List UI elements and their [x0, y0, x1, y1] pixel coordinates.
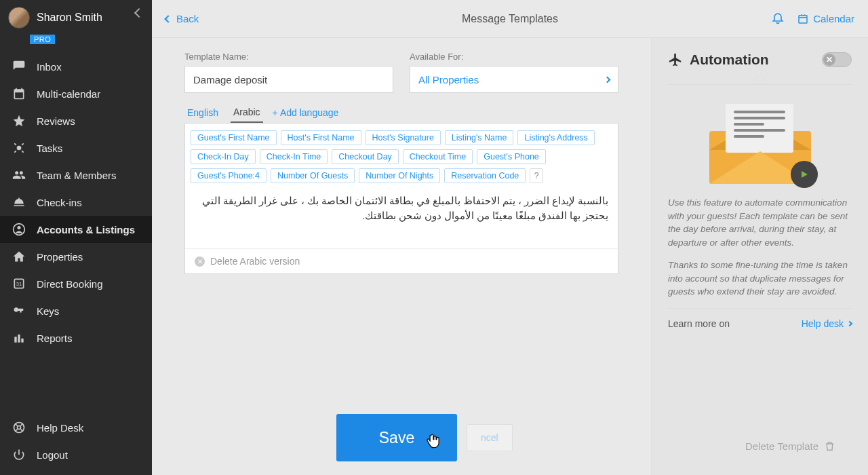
insert-token[interactable]: Guest's Phone:4	[191, 168, 267, 183]
save-button[interactable]: Save	[336, 414, 457, 461]
nav-keys[interactable]: Keys	[0, 297, 152, 324]
bell-service-icon	[12, 195, 26, 209]
footer-actions: Save ncel	[336, 414, 513, 461]
token-help-icon[interactable]: ?	[530, 168, 543, 183]
cancel-button[interactable]: ncel	[467, 424, 513, 451]
nav-reports[interactable]: Reports	[0, 324, 152, 352]
calendar-icon	[12, 87, 26, 100]
svg-rect-5	[14, 337, 16, 342]
automation-description-2: Thanks to some fine-tuning the time is t…	[668, 259, 852, 299]
star-icon	[12, 114, 26, 128]
insert-token[interactable]: Reservation Code	[444, 168, 526, 183]
reports-icon	[12, 331, 26, 345]
insert-token[interactable]: Number Of Guests	[271, 168, 355, 183]
nav-reviews[interactable]: Reviews	[0, 107, 152, 134]
learn-more-label: Learn more on	[668, 318, 730, 329]
insert-token[interactable]: Guest's First Name	[191, 130, 277, 145]
user-box[interactable]: Sharon Smith	[0, 0, 152, 33]
template-name-input[interactable]	[184, 66, 393, 93]
nav-label: Reports	[37, 332, 73, 344]
nav-accounts-listings[interactable]: Accounts & Listings	[0, 216, 152, 243]
main: Back Message Templates Calendar Template…	[152, 0, 868, 475]
toggle-knob-off-icon: ✕	[823, 54, 835, 66]
tab-english[interactable]: English	[184, 103, 221, 122]
nav-label: Direct Booking	[37, 278, 103, 290]
nav-label: Logout	[37, 449, 68, 461]
automation-illustration	[709, 102, 811, 184]
nav-label: Team & Members	[37, 170, 117, 181]
pro-badge: PRO	[30, 35, 55, 44]
avatar	[8, 7, 30, 28]
helpdesk-link[interactable]: Help desk	[802, 318, 852, 329]
main-nav: Inbox Multi-calendar Reviews Tasks Team …	[0, 53, 152, 352]
bottom-nav: Help Desk Logout	[0, 414, 152, 468]
insert-token[interactable]: Check-In Time	[260, 149, 328, 164]
nav-checkins[interactable]: Check-ins	[0, 189, 152, 216]
nav-label: Check-ins	[37, 197, 82, 208]
help-icon	[12, 421, 26, 434]
insert-token[interactable]: Guest's Phone	[477, 149, 546, 164]
svg-point-9	[18, 426, 21, 430]
calendar-link[interactable]: Calendar	[797, 13, 854, 25]
tab-arabic[interactable]: Arabic	[231, 102, 263, 123]
template-body[interactable]: بالنسبة لإيداع الضرر ، يتم الاحتفاظ بالم…	[185, 187, 618, 248]
insert-token[interactable]: Number Of Nights	[359, 168, 440, 183]
svg-point-0	[17, 146, 22, 151]
back-label: Back	[176, 13, 199, 24]
notifications-icon[interactable]	[771, 11, 785, 27]
nav-inbox[interactable]: Inbox	[0, 53, 152, 80]
chevron-right-icon	[604, 76, 611, 83]
page-title: Message Templates	[462, 13, 558, 25]
nav-properties[interactable]: Properties	[0, 243, 152, 270]
insert-token[interactable]: Listing's Address	[517, 130, 594, 145]
account-icon	[12, 223, 26, 236]
insert-token[interactable]: Checkout Time	[403, 149, 473, 164]
key-icon	[12, 304, 26, 318]
insert-token[interactable]: Listing's Name	[445, 130, 514, 145]
booking-icon: 31	[12, 277, 26, 290]
chevron-left-icon	[164, 15, 172, 22]
insert-token[interactable]: Host's First Name	[281, 130, 361, 145]
power-icon	[12, 448, 26, 461]
automation-toggle[interactable]: ✕	[822, 52, 852, 67]
automation-title: Automation	[668, 52, 769, 68]
nav-label: Help Desk	[37, 422, 83, 434]
nav-multi-calendar[interactable]: Multi-calendar	[0, 80, 152, 107]
svg-rect-6	[18, 335, 20, 343]
template-name-label: Template Name:	[184, 52, 393, 62]
delete-language-version[interactable]: ✕ Delete Arabic version	[185, 248, 618, 273]
nav-helpdesk[interactable]: Help Desk	[0, 414, 152, 441]
nav-label: Inbox	[37, 61, 62, 73]
home-icon	[12, 250, 26, 263]
trash-icon	[824, 440, 835, 452]
nav-tasks[interactable]: Tasks	[0, 134, 152, 162]
content: Template Name: Available For: All Proper…	[152, 38, 651, 475]
nav-direct-booking[interactable]: 31 Direct Booking	[0, 270, 152, 297]
delete-template-button[interactable]: Delete Template	[745, 440, 835, 452]
back-button[interactable]: Back	[165, 13, 199, 24]
plane-icon	[668, 52, 683, 67]
available-for-dropdown[interactable]: All Properties	[410, 66, 618, 93]
svg-rect-7	[21, 339, 23, 343]
collapse-icon[interactable]	[134, 8, 144, 18]
nav-team[interactable]: Team & Members	[0, 162, 152, 189]
gear-play-icon	[791, 161, 818, 188]
team-icon	[12, 168, 26, 182]
delete-language-label: Delete Arabic version	[210, 256, 300, 267]
insert-token[interactable]: Checkout Day	[332, 149, 399, 164]
inbox-icon	[12, 60, 26, 73]
add-language-button[interactable]: + Add language	[273, 107, 339, 118]
available-for-label: Available For:	[410, 52, 618, 62]
nav-label: Reviews	[37, 115, 75, 127]
automation-description-1: Use this feature to automate communicati…	[668, 196, 852, 249]
template-editor: Guest's First NameHost's First NameHost'…	[184, 123, 618, 274]
available-for-value: All Properties	[418, 74, 479, 86]
close-icon: ✕	[195, 256, 205, 267]
chevron-right-icon	[847, 321, 852, 326]
insert-token[interactable]: Check-In Day	[191, 149, 256, 164]
nav-label: Tasks	[37, 142, 62, 154]
nav-label: Accounts & Listings	[37, 224, 135, 235]
insert-token[interactable]: Host's Signature	[366, 130, 441, 145]
nav-logout[interactable]: Logout	[0, 441, 152, 468]
topbar: Back Message Templates Calendar	[152, 0, 868, 38]
